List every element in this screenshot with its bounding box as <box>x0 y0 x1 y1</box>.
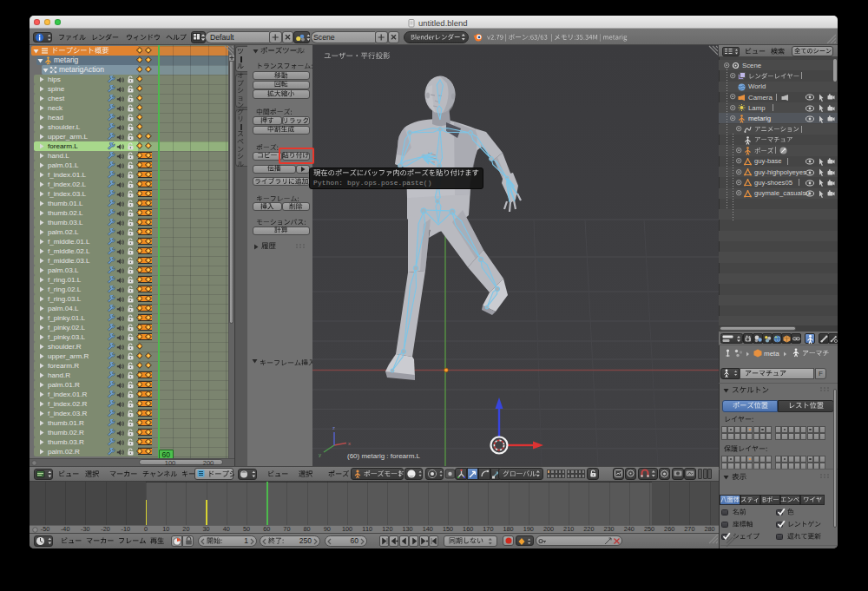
svg-text:z: z <box>332 425 335 430</box>
svg-text:y: y <box>319 452 321 457</box>
svg-text:x: x <box>348 441 351 446</box>
